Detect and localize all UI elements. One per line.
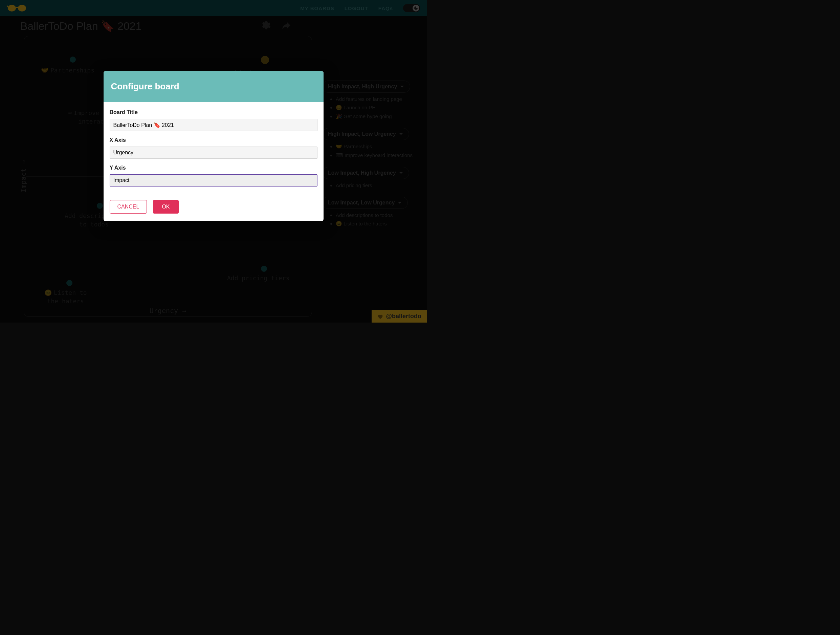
x-axis-label-text: X Axis [110,137,317,143]
modal-title: Configure board [111,81,316,92]
board-title-input[interactable] [110,119,317,131]
modal-overlay[interactable]: Configure board Board Title X Axis Y Axi… [0,0,427,322]
board-title-label: Board Title [110,109,317,115]
modal-footer: CANCEL OK [104,200,324,221]
y-axis-input[interactable] [110,174,317,186]
modal-body: Board Title X Axis Y Axis [104,102,324,200]
cancel-button[interactable]: CANCEL [110,200,147,213]
y-axis-label-text: Y Axis [110,165,317,171]
configure-board-modal: Configure board Board Title X Axis Y Axi… [104,71,324,221]
ok-button[interactable]: OK [153,200,178,213]
modal-header: Configure board [104,71,324,102]
x-axis-input[interactable] [110,147,317,159]
